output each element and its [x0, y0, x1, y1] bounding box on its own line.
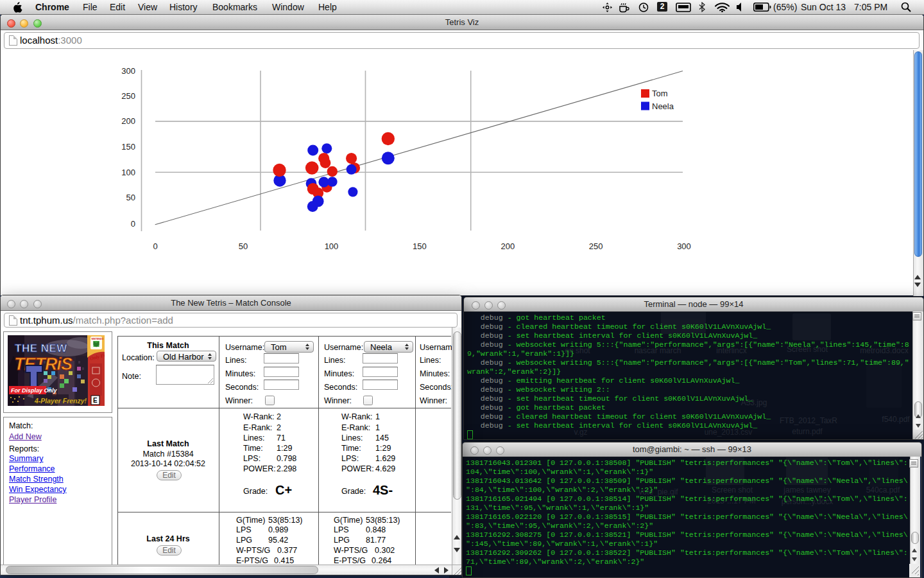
svg-text:150: 150	[413, 241, 427, 251]
svg-text:TETRiS: TETRiS	[14, 355, 73, 374]
svg-text:100: 100	[121, 168, 135, 177]
svg-text:300: 300	[121, 66, 135, 76]
svg-text:0: 0	[131, 219, 135, 229]
svg-text:150: 150	[121, 142, 135, 152]
svg-text:50: 50	[239, 241, 248, 251]
svg-text:250: 250	[589, 241, 603, 251]
svg-text:4-Player Frenzy!: 4-Player Frenzy!	[34, 397, 87, 405]
svg-text:200: 200	[121, 116, 135, 126]
svg-text:100: 100	[325, 241, 339, 251]
svg-text:50: 50	[126, 193, 135, 202]
svg-text:250: 250	[121, 91, 135, 101]
svg-text:E: E	[93, 397, 98, 404]
svg-text:200: 200	[501, 241, 515, 251]
svg-text:For Display Only: For Display Only	[11, 387, 58, 394]
svg-text:Tom: Tom	[652, 89, 668, 98]
svg-text:0: 0	[153, 241, 157, 251]
svg-text:THE NEW: THE NEW	[15, 342, 67, 355]
svg-text:300: 300	[677, 241, 691, 251]
svg-text:Neela: Neela	[652, 101, 674, 111]
svg-text:NINTENDO: NINTENDO	[92, 338, 104, 340]
